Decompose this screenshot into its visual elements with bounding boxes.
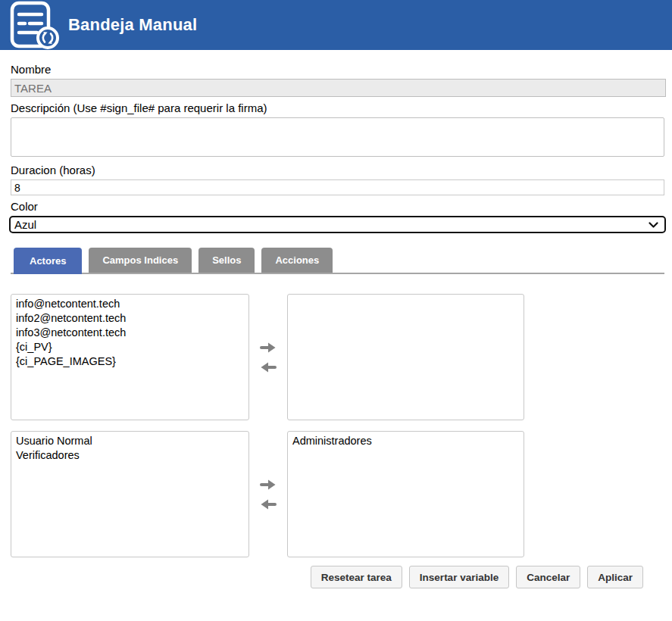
groups-transfer-arrows <box>249 431 287 557</box>
groups-transfer: Usuario Normal Verificadores Administrad… <box>11 431 664 557</box>
tab-actores[interactable]: Actores <box>14 248 82 274</box>
list-item[interactable]: Usuario Normal <box>11 434 248 448</box>
tab-sellos[interactable]: Sellos <box>198 248 255 273</box>
users-assigned-list[interactable] <box>287 294 524 420</box>
header: Bandeja Manual <box>0 0 672 50</box>
groups-available-list[interactable]: Usuario Normal Verificadores <box>11 431 249 557</box>
cancelar-button[interactable]: Cancelar <box>516 566 580 588</box>
chevron-down-icon <box>649 222 658 228</box>
color-select-value: Azul <box>14 218 36 231</box>
resetear-tarea-button[interactable]: Resetear tarea <box>311 566 402 588</box>
list-item[interactable]: Administradores <box>288 434 524 448</box>
task-form: Nombre Descripción (Use #sign_file# para… <box>0 50 672 588</box>
page-title: Bandeja Manual <box>68 15 197 35</box>
tab-bar: Actores Campos Indices Sellos Acciones <box>11 248 664 274</box>
duracion-input[interactable] <box>11 179 664 195</box>
descripcion-textarea[interactable] <box>11 117 664 157</box>
nombre-label: Nombre <box>11 63 664 76</box>
groups-assigned-list[interactable]: Administradores <box>287 431 524 557</box>
users-move-right-button[interactable] <box>259 341 277 354</box>
color-select[interactable]: Azul <box>9 216 666 233</box>
insertar-variable-button[interactable]: Insertar variable <box>409 566 509 588</box>
arrow-right-icon <box>260 479 277 491</box>
arrow-left-icon <box>260 361 277 373</box>
list-item[interactable]: info@netcontent.tech <box>11 297 248 311</box>
groups-move-right-button[interactable] <box>259 478 277 491</box>
document-sync-icon <box>5 0 61 50</box>
duracion-label: Duracion (horas) <box>11 164 664 177</box>
footer-actions: Resetear tarea Insertar variable Cancela… <box>11 566 664 588</box>
tab-campos-indices[interactable]: Campos Indices <box>89 248 192 273</box>
list-item[interactable]: {ci_PV} <box>11 340 248 354</box>
descripcion-label: Descripción (Use #sign_file# para requer… <box>11 101 664 115</box>
nombre-input[interactable] <box>11 79 666 97</box>
list-item[interactable]: {ci_PAGE_IMAGES} <box>11 354 248 369</box>
aplicar-button[interactable]: Aplicar <box>587 566 643 588</box>
arrow-right-icon <box>260 342 277 354</box>
users-move-left-button[interactable] <box>259 360 277 374</box>
users-available-list[interactable]: info@netcontent.tech info2@netcontent.te… <box>11 294 249 420</box>
tab-acciones[interactable]: Acciones <box>261 248 333 273</box>
users-transfer-arrows <box>249 294 287 420</box>
groups-move-left-button[interactable] <box>259 498 277 511</box>
list-item[interactable]: info2@netcontent.tech <box>11 311 248 326</box>
color-label: Color <box>11 200 664 214</box>
users-transfer: info@netcontent.tech info2@netcontent.te… <box>11 294 664 420</box>
list-item[interactable]: Verificadores <box>11 448 248 463</box>
arrow-left-icon <box>260 498 277 510</box>
list-item[interactable]: info3@netcontent.tech <box>11 326 248 340</box>
